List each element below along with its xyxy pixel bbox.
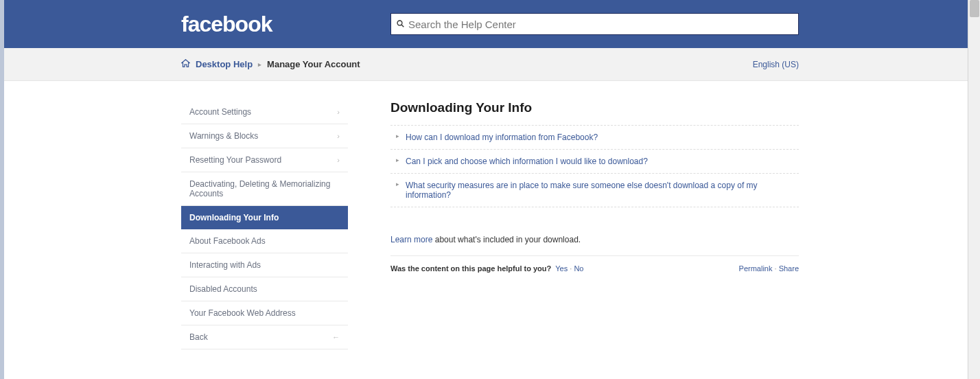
breadcrumb-bar: Desktop Help ▸ Manage Your Account Engli… — [4, 48, 976, 81]
share-link[interactable]: Share — [779, 264, 799, 273]
feedback-question: Was the content on this page helpful to … — [390, 264, 551, 273]
sidebar-item-label: Deactivating, Deleting & Memorializing A… — [189, 179, 340, 198]
breadcrumb-current: Manage Your Account — [267, 59, 360, 69]
main-content: Downloading Your Info How can I download… — [390, 100, 799, 349]
page-title: Downloading Your Info — [390, 100, 799, 115]
sidebar-item-back[interactable]: Back ← — [181, 325, 348, 349]
search-box[interactable] — [390, 13, 799, 35]
sidebar-item-label: Back — [189, 332, 208, 342]
sidebar-item-interacting-ads[interactable]: Interacting with Ads — [181, 253, 348, 277]
facebook-logo[interactable]: facebook — [181, 12, 390, 37]
sidebar-item-downloading-info[interactable]: Downloading Your Info — [181, 206, 348, 229]
feedback-no-link[interactable]: No — [574, 264, 583, 273]
sidebar-item-label: Disabled Accounts — [189, 284, 257, 294]
sidebar-item-label: Warnings & Blocks — [189, 131, 258, 141]
chevron-right-icon: › — [337, 132, 340, 140]
sidebar-item-label: Your Facebook Web Address — [189, 308, 296, 318]
sidebar-item-label: About Facebook Ads — [189, 236, 266, 246]
svg-line-1 — [401, 25, 404, 27]
sidebar-item-label: Account Settings — [189, 107, 251, 117]
home-icon[interactable] — [181, 59, 190, 70]
feedback-yes-link[interactable]: Yes — [555, 264, 568, 273]
sidebar-item-disabled-accounts[interactable]: Disabled Accounts — [181, 277, 348, 301]
sidebar-item-deactivating[interactable]: Deactivating, Deleting & Memorializing A… — [181, 172, 348, 206]
sidebar-item-label: Downloading Your Info — [189, 213, 279, 222]
learn-more-text: about what's included in your download. — [432, 235, 581, 244]
sidebar-item-about-ads[interactable]: About Facebook Ads — [181, 229, 348, 253]
breadcrumb-home-link[interactable]: Desktop Help — [196, 59, 253, 69]
scrollbar-thumb[interactable] — [970, 0, 979, 17]
faq-item[interactable]: Can I pick and choose which information … — [390, 150, 799, 174]
language-link[interactable]: English (US) — [753, 60, 799, 69]
permalink-link[interactable]: Permalink — [739, 264, 773, 273]
learn-more-link[interactable]: Learn more — [390, 235, 432, 244]
header-bar: facebook — [4, 0, 976, 48]
faq-list: How can I download my information from F… — [390, 125, 799, 207]
faq-item[interactable]: What security measures are in place to m… — [390, 174, 799, 207]
chevron-right-icon: › — [337, 108, 340, 116]
search-icon — [397, 20, 404, 29]
feedback-row: Was the content on this page helpful to … — [390, 255, 799, 273]
sidebar-item-warnings-blocks[interactable]: Warnings & Blocks › — [181, 124, 348, 148]
chevron-right-icon: › — [337, 156, 340, 164]
sidebar-item-label: Resetting Your Password — [189, 155, 281, 165]
svg-point-0 — [397, 21, 402, 25]
scrollbar[interactable] — [968, 0, 980, 379]
sidebar-item-resetting-password[interactable]: Resetting Your Password › — [181, 148, 348, 172]
breadcrumb: Desktop Help ▸ Manage Your Account — [181, 59, 360, 70]
sidebar-item-account-settings[interactable]: Account Settings › — [181, 100, 348, 124]
breadcrumb-separator-icon: ▸ — [258, 61, 261, 68]
search-input[interactable] — [408, 19, 793, 30]
sidebar: Account Settings › Warnings & Blocks › R… — [181, 100, 348, 349]
sidebar-item-label: Interacting with Ads — [189, 260, 261, 270]
learn-more-line: Learn more about what's included in your… — [390, 235, 799, 244]
sidebar-item-web-address[interactable]: Your Facebook Web Address — [181, 301, 348, 325]
arrow-left-icon: ← — [332, 333, 340, 341]
faq-item[interactable]: How can I download my information from F… — [390, 126, 799, 150]
